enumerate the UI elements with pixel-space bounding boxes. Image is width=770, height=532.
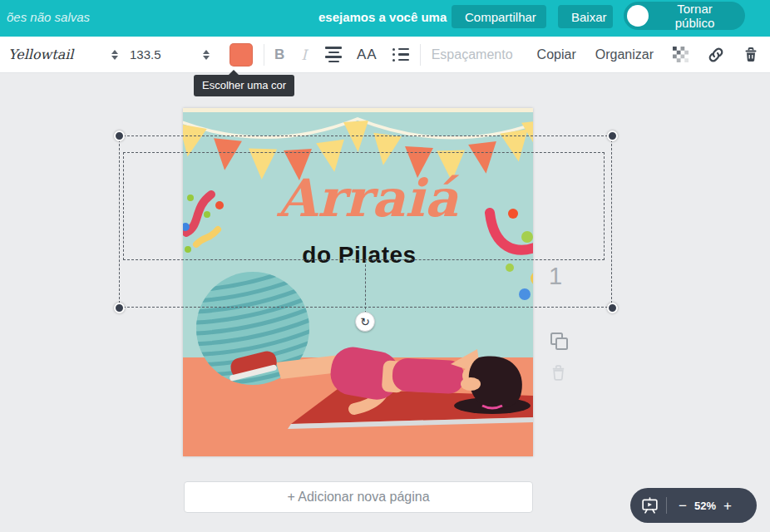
canvas-subtitle-text[interactable]: do Pilates (302, 242, 416, 268)
selection-handle-bottom-right[interactable] (607, 303, 618, 313)
color-tooltip: Escolher uma cor (194, 75, 294, 96)
text-align-icon[interactable] (325, 47, 342, 62)
zoom-level: 52% (694, 500, 716, 512)
font-size-value: 133.5 (130, 47, 161, 62)
present-icon[interactable] (641, 497, 659, 514)
delete-icon[interactable] (743, 47, 758, 62)
italic-button[interactable]: I (301, 47, 307, 63)
selection-handle-top-right[interactable] (607, 131, 618, 141)
text-format-toolbar: Yellowtail 133.5 B I AA Espaçamento Copi… (0, 37, 770, 73)
add-page-button[interactable]: + Adicionar nova página (184, 481, 533, 513)
design-page[interactable]: Arraiá do Pilates (183, 108, 533, 456)
toolbar-divider (264, 44, 264, 66)
font-size-select[interactable]: 133.5 (130, 47, 210, 62)
selection-handle-bottom-left[interactable] (114, 303, 125, 313)
zoom-in-button[interactable]: + (720, 499, 735, 513)
make-public-button[interactable]: Tornar público (624, 2, 745, 30)
toolbar-divider (420, 44, 421, 66)
canva-editor: ões não salvas esejamos a você uma Compa… (0, 0, 770, 532)
font-family-stepper-icon[interactable] (111, 50, 118, 60)
promo-banner-text: esejamos a você uma (318, 10, 447, 24)
bold-button[interactable]: B (274, 47, 284, 63)
list-icon[interactable] (392, 48, 409, 62)
selection-handle-top-left[interactable] (114, 131, 125, 141)
font-size-stepper-icon[interactable] (203, 50, 210, 60)
canvas-title-text[interactable]: Arraiá (276, 168, 459, 229)
text-color-swatch[interactable] (230, 43, 253, 66)
link-icon[interactable] (708, 47, 724, 63)
uppercase-button[interactable]: AA (357, 47, 378, 63)
rotate-icon: ↻ (360, 315, 370, 328)
top-bar: ões não salvas esejamos a você uma Compa… (0, 0, 770, 37)
make-public-label: Tornar público (656, 2, 733, 30)
unsaved-status-text: ões não salvas (7, 10, 90, 24)
copy-page-icon[interactable] (549, 331, 569, 354)
workspace: Arraiá do Pilates ↻ 1 (0, 73, 770, 532)
download-button[interactable]: Baixar (558, 5, 613, 28)
font-family-select[interactable]: Yellowtail (8, 47, 118, 62)
zoom-toolbar: − 52% + (630, 488, 757, 523)
arrange-button[interactable]: Organizar (595, 47, 654, 62)
rotate-handle[interactable]: ↻ (355, 312, 375, 332)
spacing-button[interactable]: Espaçamento (432, 47, 513, 62)
share-button[interactable]: Compartilhar (452, 5, 546, 28)
zoom-out-button[interactable]: − (675, 499, 690, 513)
font-family-value: Yellowtail (8, 47, 73, 62)
delete-page-icon[interactable] (550, 364, 566, 384)
design-artwork[interactable]: Arraiá do Pilates (183, 108, 533, 456)
copy-button[interactable]: Copiar (537, 47, 576, 62)
zoom-divider (666, 497, 667, 514)
transparency-icon[interactable] (673, 47, 689, 62)
avatar (627, 5, 649, 27)
page-number: 1 (549, 263, 562, 290)
